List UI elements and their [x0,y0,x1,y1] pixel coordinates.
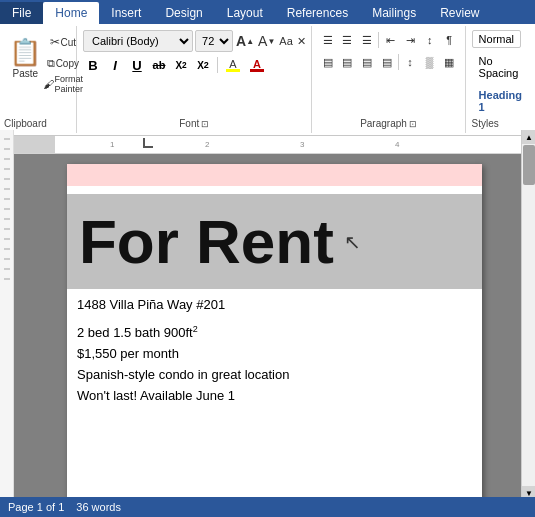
increase-font-size-button[interactable]: A▲ [235,31,255,51]
pink-highlight-bar [67,164,482,186]
decrease-font-size-button[interactable]: A▼ [257,31,276,51]
para-divider-2 [398,54,399,70]
shading-button[interactable]: ▒ [420,52,439,72]
highlight-icon: A [226,58,240,72]
align-center-icon: ▤ [342,56,352,69]
ruler-content: 1 2 3 4 [55,136,535,153]
justify-button[interactable]: ▤ [377,52,396,72]
align-left-icon: ▤ [323,56,333,69]
gray-header-block: For Rent ↖ [67,194,482,289]
tab-review[interactable]: Review [428,2,491,24]
para-row-2: ▤ ▤ ▤ ▤ ↕ ▒ ▦ [318,52,458,72]
scroll-up-button[interactable]: ▲ [522,130,535,144]
font-row-1: Calibri (Body) 72 A▲ A▼ Aa ✕ [83,30,305,52]
address-line: 1488 Villa Piña Way #201 [77,297,472,312]
paste-icon: 📋 [9,37,41,68]
para-dialog-icon[interactable]: ⊡ [409,119,417,129]
tab-file[interactable]: File [0,2,43,24]
multilevel-icon: ☰ [362,34,372,47]
paste-button[interactable]: 📋 Paste [5,30,45,86]
divider-1 [217,57,218,73]
align-right-button[interactable]: ▤ [358,52,377,72]
ruler-tab-marker[interactable] [143,138,153,148]
underline-container: U [127,55,147,75]
status-bar: Page 1 of 1 36 words [0,497,535,517]
font-dialog-icon[interactable]: ⊡ [201,119,209,129]
sort-button[interactable]: ↕ [420,30,439,50]
word-count: 36 words [76,501,121,513]
cut-button[interactable]: ✂ Cut [49,32,77,52]
decrease-indent-icon: ⇤ [386,34,395,47]
style-heading1[interactable]: Heading 1 [472,86,529,116]
tab-design[interactable]: Design [153,2,214,24]
highlight-color-button[interactable]: A [222,55,244,75]
format-painter-icon: 🖌 [43,78,54,90]
increase-indent-icon: ⇥ [406,34,415,47]
ribbon: 📋 Paste Clipboard ✂ Cut ⧉ Copy 🖌 Format … [0,24,535,136]
underline-button[interactable]: U [127,55,147,75]
numbering-button[interactable]: ☰ [338,30,357,50]
tab-bar: File Home Insert Design Layout Reference… [0,0,535,24]
page: For Rent ↖ 1488 Villa Piña Way #201 2 be… [67,164,482,514]
vertical-scrollbar[interactable]: ▲ ▼ [521,130,535,500]
ruler: 1 2 3 4 [0,136,535,154]
tab-references[interactable]: References [275,2,360,24]
font-name-select[interactable]: Calibri (Body) [83,30,193,52]
font-size-select[interactable]: 72 [195,30,233,52]
tab-insert[interactable]: Insert [99,2,153,24]
clear-format-icon: ✕ [297,35,306,48]
copy-label: Copy [56,58,79,69]
font-group: Calibri (Body) 72 A▲ A▼ Aa ✕ B I U ab [77,26,312,133]
para-divider [378,32,379,48]
subscript-button[interactable]: X2 [171,55,191,75]
detail-line-3: Spanish-style condo in great location [77,365,472,386]
font-color-btn-container: A [246,55,268,75]
bullets-icon: ☰ [323,34,333,47]
detail-line-1: 2 bed 1.5 bath 900ft2 [77,322,472,344]
superscript-button[interactable]: X2 [193,55,213,75]
clear-format-button[interactable]: ✕ [296,31,307,51]
borders-button[interactable]: ▦ [440,52,459,72]
change-case-button[interactable]: Aa [278,31,293,51]
main-heading: For Rent [79,211,334,273]
shading-icon: ▒ [426,56,434,68]
ruler-mark-2: 2 [205,140,209,149]
show-marks-button[interactable]: ¶ [440,30,459,50]
pilcrow-icon: ¶ [446,34,452,46]
detail-line-4: Won't last! Available June 1 [77,386,472,407]
bullets-button[interactable]: ☰ [318,30,337,50]
ruler-mark-1: 1 [110,140,114,149]
italic-button[interactable]: I [105,55,125,75]
scissors-icon: ✂ [50,35,60,49]
borders-icon: ▦ [444,56,454,69]
app-window: File Home Insert Design Layout Reference… [0,0,535,517]
document-area: For Rent ↖ 1488 Villa Piña Way #201 2 be… [14,154,535,514]
format-painter-button[interactable]: 🖌 Format Painter [49,74,77,94]
styles-content: Normal No Spacing Heading 1 [472,30,529,116]
font-color-container: A [222,55,244,75]
scroll-thumb[interactable] [523,145,535,185]
multilevel-button[interactable]: ☰ [358,30,377,50]
left-side-marker [0,130,14,510]
align-center-button[interactable]: ▤ [338,52,357,72]
page-info: Page 1 of 1 [8,501,64,513]
font-color-button[interactable]: A [246,55,268,75]
doc-content: 1488 Villa Piña Way #201 2 bed 1.5 bath … [67,297,482,407]
tab-home[interactable]: Home [43,2,99,24]
font-group-label: Font ⊡ [83,118,305,129]
justify-icon: ▤ [382,56,392,69]
tab-layout[interactable]: Layout [215,2,275,24]
copy-button[interactable]: ⧉ Copy [49,53,77,73]
style-normal[interactable]: Normal [472,30,521,48]
tab-mailings[interactable]: Mailings [360,2,428,24]
line-spacing-button[interactable]: ↕ [401,52,420,72]
styles-label: Styles [472,118,529,129]
increase-indent-button[interactable]: ⇥ [401,30,420,50]
bold-button[interactable]: B [83,55,103,75]
cursor-pointer: ↖ [344,230,361,254]
strikethrough-button[interactable]: ab [149,55,169,75]
align-left-button[interactable]: ▤ [318,52,337,72]
align-right-icon: ▤ [362,56,372,69]
decrease-indent-button[interactable]: ⇤ [381,30,400,50]
style-no-spacing[interactable]: No Spacing [472,52,529,82]
